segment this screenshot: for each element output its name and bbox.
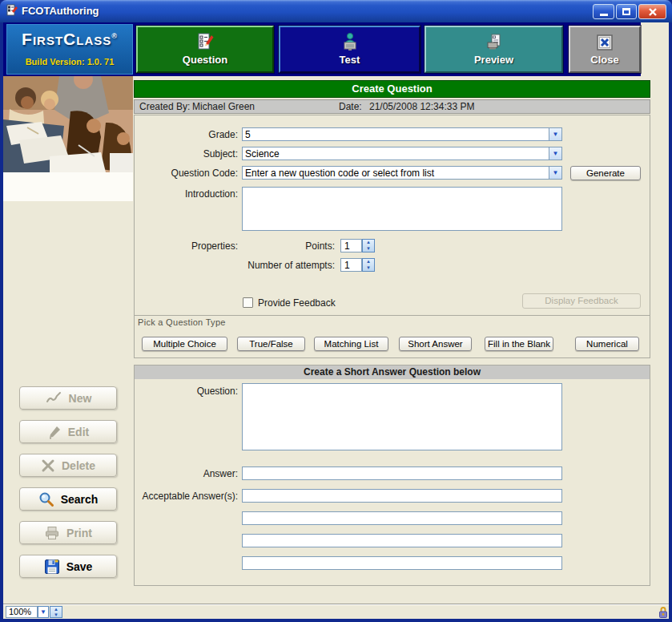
question-code-value: Enter a new question code or select from… [245, 168, 434, 179]
spin-up-icon[interactable]: ▲ [363, 259, 374, 265]
subject-value: Science [245, 148, 280, 160]
nav-preview-button[interactable]: Preview [425, 26, 563, 73]
sa-question-textarea[interactable] [242, 383, 562, 450]
grade-value: 5 [245, 129, 251, 140]
created-by-label: Created By: [139, 100, 190, 113]
spin-down-icon[interactable]: ▼ [363, 246, 374, 252]
short-answer-header: Create a Short Answer Question below [135, 366, 650, 379]
type-numerical-button[interactable]: Numerical [575, 337, 639, 351]
printer-icon [44, 525, 60, 541]
points-value[interactable]: 1 [340, 239, 362, 252]
acceptable-answer-input-2[interactable] [242, 511, 562, 525]
sa-question-label: Question: [126, 386, 238, 397]
acceptable-answers-label: Acceptable Answer(s): [126, 491, 238, 502]
sa-answer-label: Answer: [126, 468, 238, 479]
new-scribble-icon [45, 391, 62, 406]
search-icon [38, 491, 54, 507]
question-checklist-icon [195, 32, 215, 51]
page-title: Create Question [134, 80, 650, 98]
spin-down-icon[interactable]: ▼ [363, 265, 374, 271]
created-by-value: Michael Green [192, 100, 255, 113]
new-button: New [19, 386, 117, 410]
save-floppy-icon [44, 559, 60, 575]
titlebar[interactable]: FCOTAuthoring [0, 0, 672, 22]
search-button[interactable]: Search [19, 487, 117, 511]
person-computer-icon [340, 32, 360, 51]
search-label: Search [61, 493, 99, 506]
question-code-select[interactable]: Enter a new question code or select from… [242, 166, 562, 180]
properties-label: Properties: [126, 240, 238, 252]
build-version: Build Version: 1.0. 71 [7, 57, 132, 67]
chevron-down-icon[interactable]: ▼ [549, 167, 561, 179]
photo-lower-blank [3, 172, 133, 201]
minimize-button[interactable] [593, 4, 614, 19]
close-window-button[interactable] [638, 4, 666, 19]
type-matching-list-button[interactable]: Matching List [314, 337, 388, 351]
firstclass-logo: FirstClass® [7, 30, 132, 49]
new-label: New [69, 392, 92, 405]
save-button[interactable]: Save [19, 555, 117, 578]
attempts-value[interactable]: 1 [340, 258, 362, 272]
nav-close-button[interactable]: Close [569, 26, 641, 73]
generate-button[interactable]: Generate [570, 166, 641, 180]
chevron-down-icon[interactable]: ▼ [549, 128, 561, 140]
print-label: Print [66, 527, 92, 539]
print-button: Print [19, 521, 117, 544]
maximize-button[interactable] [616, 4, 637, 19]
question-type-group-label: Pick a Question Type [138, 317, 226, 327]
zoom-dropdown-chevron-icon[interactable]: ▼ [38, 606, 49, 618]
maximize-icon [622, 8, 630, 15]
attempts-spinner[interactable]: 1 ▲ ▼ [340, 258, 375, 272]
info-bar: Created By: Michael Green Date: 21/05/20… [134, 99, 650, 114]
points-spinner[interactable]: 1 ▲ ▼ [340, 239, 375, 252]
delete-x-icon [41, 458, 55, 473]
brand-panel: FirstClass® Build Version: 1.0. 71 [6, 24, 133, 75]
save-label: Save [66, 560, 93, 573]
type-multiple-choice-button[interactable]: Multiple Choice [142, 337, 227, 351]
zoom-level-value[interactable]: 100% [6, 606, 38, 618]
close-icon [648, 7, 658, 17]
app-icon [6, 4, 18, 17]
grade-label: Grade: [126, 129, 238, 140]
zoom-spinner: ▲ ▼ [50, 606, 62, 618]
attempts-spin-buttons: ▲ ▼ [362, 258, 375, 272]
subject-select[interactable]: Science ▼ [242, 147, 562, 160]
provide-feedback-label: Provide Feedback [258, 297, 336, 309]
preview-document-icon [485, 32, 504, 51]
sa-answer-input[interactable] [242, 466, 562, 480]
grade-select[interactable]: 5 ▼ [242, 127, 562, 141]
lock-icon [658, 606, 669, 619]
points-spin-buttons: ▲ ▼ [362, 239, 375, 252]
display-feedback-button: Display Feedback [522, 293, 641, 309]
points-label: Points: [224, 240, 335, 252]
acceptable-answer-input-4[interactable] [242, 556, 562, 570]
date-label: Date: [339, 100, 362, 113]
nav-test-button[interactable]: Test [279, 26, 421, 73]
type-short-answer-button[interactable]: Short Answer [399, 337, 472, 351]
spin-down-icon[interactable]: ▼ [50, 612, 62, 618]
question-code-label: Question Code: [126, 168, 238, 179]
window-title: FCOTAuthoring [22, 5, 99, 17]
close-x-box-icon [596, 34, 614, 51]
minimize-icon [600, 14, 608, 16]
type-true-false-button[interactable]: True/False [237, 337, 305, 351]
provide-feedback-checkbox[interactable] [243, 297, 253, 308]
attempts-label: Number of attempts: [224, 260, 335, 271]
introduction-textarea[interactable] [242, 187, 562, 231]
application-window: FCOTAuthoring FirstClass® Build Version:… [0, 0, 672, 622]
nav-close-label: Close [590, 54, 618, 66]
subject-label: Subject: [126, 148, 238, 160]
acceptable-answer-input-1[interactable] [242, 489, 562, 503]
introduction-label: Introduction: [126, 188, 238, 200]
chevron-down-icon[interactable]: ▼ [549, 147, 561, 160]
type-fill-blank-button[interactable]: Fill in the Blank [485, 337, 553, 351]
acceptable-answer-input-3[interactable] [242, 534, 562, 547]
edit-button: Edit [19, 420, 117, 443]
spin-up-icon[interactable]: ▲ [363, 240, 374, 245]
date-value: 21/05/2008 12:34:33 PM [369, 100, 474, 113]
nav-question-button[interactable]: Question [136, 26, 274, 73]
students-photo [3, 76, 133, 172]
nav-right-strip [641, 22, 669, 76]
nav-test-label: Test [340, 54, 360, 66]
edit-label: Edit [68, 426, 89, 438]
